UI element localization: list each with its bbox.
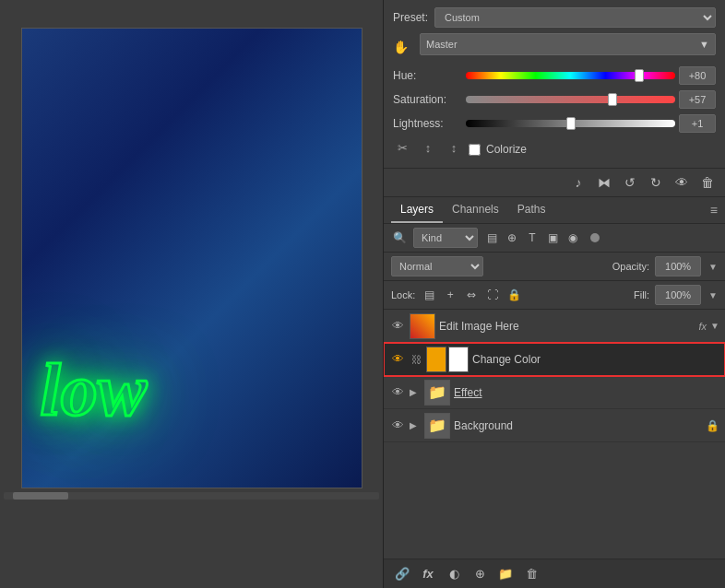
lock-all-icon[interactable]: 🔒 (505, 287, 522, 303)
layers-menu-icon[interactable]: ≡ (710, 203, 718, 218)
adjust-icon-2[interactable]: ↕ (419, 138, 437, 157)
layer-name-effect: Effect (454, 386, 719, 399)
colorize-row: ✂ ↕ ↕ Colorize (393, 138, 716, 160)
adjust-icon-3[interactable]: ↕ (445, 138, 463, 157)
link-bottom-icon[interactable]: 🔗 (393, 565, 411, 583)
layer-thumbs-change-color (426, 347, 469, 372)
tab-channels[interactable]: Channels (443, 197, 508, 223)
lock-row: Lock: ▤ + ⇔ ⛶ 🔒 Fill: 100% ▼ (384, 281, 725, 310)
fx-bottom-icon[interactable]: fx (419, 565, 437, 583)
layer-item-background[interactable]: 👁 ▶ 📁 Background 🔒 (384, 409, 725, 442)
hue-label: Hue: (393, 69, 462, 82)
layer-name-change-color: Change Color (472, 353, 719, 366)
hue-thumb[interactable] (635, 69, 644, 82)
canvas-text: low (41, 348, 148, 432)
canvas-area: low (0, 0, 383, 588)
layer-thumb-edit-image (410, 313, 435, 339)
channel-row: ✋ Master ▼ (393, 33, 716, 61)
lock-position-icon[interactable]: ⇔ (463, 287, 480, 303)
chain-icon[interactable]: ⧓ (594, 172, 614, 193)
new-group-icon[interactable]: 📁 (496, 565, 515, 583)
visibility-icon[interactable]: 👁 (672, 172, 692, 193)
layer-expand-effect[interactable]: ▶ (410, 387, 421, 397)
layer-item-edit-image[interactable]: 👁 Edit Image Here fx ▼ (384, 310, 725, 343)
lock-image-icon[interactable]: + (442, 287, 458, 303)
lightness-label: Lightness: (393, 117, 462, 130)
channel-select[interactable]: Master ▼ (420, 33, 716, 55)
new-adjustment-icon[interactable]: ⊕ (470, 565, 489, 583)
preset-row: Preset: Custom Default (393, 7, 716, 28)
opacity-label: Opacity: (612, 261, 649, 272)
layers-panel: Layers Channels Paths ≡ 🔍 Kind ▤ ⊕ T ▣ ◉… (384, 197, 725, 588)
filter-icons: ▤ ⊕ T ▣ ◉ (483, 229, 581, 246)
lightness-thumb[interactable] (566, 117, 576, 130)
layer-eye-edit-image[interactable]: 👁 (389, 318, 406, 335)
saturation-value[interactable]: +57 (679, 90, 716, 109)
tab-paths[interactable]: Paths (508, 197, 555, 223)
opacity-arrow[interactable]: ▼ (708, 262, 718, 272)
layer-item-change-color[interactable]: 👁 ⛓ Change Color (384, 343, 725, 376)
colorize-label: Colorize (486, 143, 527, 156)
saturation-slider[interactable] (466, 93, 675, 106)
layer-eye-effect[interactable]: 👁 (389, 384, 406, 401)
kind-select[interactable]: Kind (413, 228, 478, 248)
right-panel: Preset: Custom Default ✋ Master ▼ Hue: +… (383, 0, 725, 588)
filter-dot (590, 233, 600, 242)
hue-value[interactable]: +80 (679, 66, 716, 85)
saturation-thumb[interactable] (608, 93, 617, 106)
opacity-value[interactable]: 100% (655, 256, 701, 276)
redo-icon[interactable]: ↻ (646, 172, 666, 193)
music-icon[interactable]: ♪ (568, 172, 588, 193)
layer-expand-background[interactable]: ▶ (410, 420, 421, 430)
mask-bottom-icon[interactable]: ◐ (445, 565, 463, 583)
lightness-value[interactable]: +1 (679, 114, 716, 133)
layers-filter-row: 🔍 Kind ▤ ⊕ T ▣ ◉ (384, 224, 725, 253)
preset-select[interactable]: Custom Default (434, 7, 716, 28)
layer-name-edit-image: Edit Image Here (439, 320, 695, 333)
layer-expand-edit-image[interactable]: ▼ (710, 321, 719, 331)
adjust-icon-1[interactable]: ✂ (393, 138, 411, 157)
blend-mode-select[interactable]: Normal Multiply Screen (391, 256, 483, 276)
delete-icon[interactable]: 🗑 (697, 172, 718, 193)
adjust-icons: ✂ ↕ ↕ (393, 138, 463, 157)
layer-chain-change-color: ⛓ (410, 353, 422, 366)
preset-label: Preset: (393, 11, 434, 24)
hue-slider[interactable] (466, 69, 675, 82)
delete-bottom-icon[interactable]: 🗑 (522, 565, 541, 583)
canvas-image: low (21, 28, 362, 488)
channel-arrow: ▼ (699, 39, 709, 50)
layer-eye-background[interactable]: 👁 (389, 417, 406, 434)
blend-row: Normal Multiply Screen Opacity: 100% ▼ (384, 253, 725, 281)
filter-text-icon[interactable]: T (524, 229, 541, 246)
undo-icon[interactable]: ↺ (620, 172, 640, 193)
filter-smart-icon[interactable]: ◉ (565, 229, 581, 246)
toolbar-row: ♪ ⧓ ↺ ↻ 👁 🗑 (384, 169, 725, 197)
filter-search-icon: 🔍 (391, 229, 408, 246)
hue-row: Hue: +80 (393, 66, 716, 85)
colorize-checkbox[interactable] (469, 144, 481, 156)
layer-thumb-effect: 📁 (424, 380, 450, 406)
layer-eye-change-color[interactable]: 👁 (389, 351, 406, 368)
hsl-panel: Preset: Custom Default ✋ Master ▼ Hue: +… (384, 0, 725, 169)
layer-thumb-change-color-2 (448, 347, 469, 372)
lightness-slider[interactable] (466, 117, 675, 130)
lock-label: Lock: (391, 289, 415, 300)
filter-adjust-icon[interactable]: ⊕ (504, 229, 520, 246)
tab-layers[interactable]: Layers (391, 197, 443, 223)
filter-shape-icon[interactable]: ▣ (544, 229, 561, 246)
lock-transparent-icon[interactable]: ▤ (421, 287, 437, 303)
filter-pixel-icon[interactable]: ▤ (483, 229, 500, 246)
bottom-icons-left: 🔗 fx ◐ ⊕ 📁 🗑 (393, 565, 541, 583)
horizontal-scrollbar[interactable] (4, 492, 379, 500)
fill-arrow[interactable]: ▼ (708, 290, 718, 300)
bottom-toolbar: 🔗 fx ◐ ⊕ 📁 🗑 (384, 559, 725, 588)
layer-item-effect[interactable]: 👁 ▶ 📁 Effect (384, 376, 725, 409)
fill-label: Fill: (634, 289, 649, 300)
layer-fx-edit-image: fx (699, 321, 707, 332)
lock-icons: ▤ + ⇔ ⛶ 🔒 (421, 287, 522, 303)
layers-tabs: Layers Channels Paths ≡ (384, 197, 725, 224)
fill-value[interactable]: 100% (655, 285, 701, 305)
layer-thumb-background: 📁 (424, 413, 450, 439)
layer-thumb-change-color-1 (426, 347, 446, 372)
lock-artboard-icon[interactable]: ⛶ (484, 287, 501, 303)
